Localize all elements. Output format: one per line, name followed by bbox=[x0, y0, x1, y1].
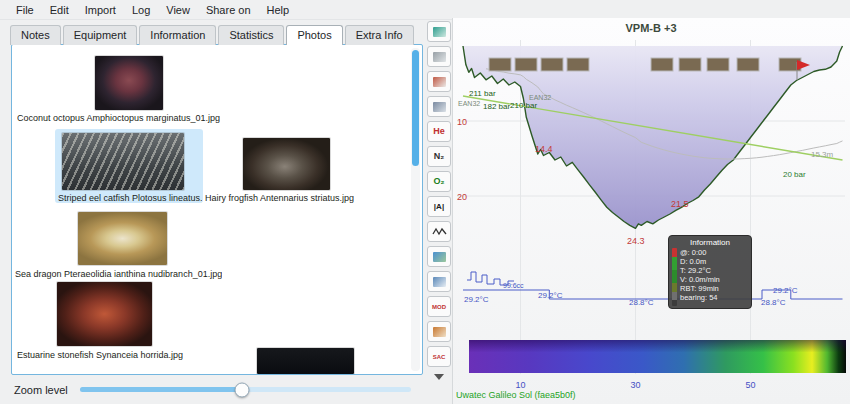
infobox-color-strip bbox=[672, 248, 677, 306]
surface-photo-marker[interactable] bbox=[679, 58, 701, 71]
deco-model-title: VPM-B +3 bbox=[625, 22, 676, 34]
toggle-mean-depth-label: |A| bbox=[434, 203, 444, 211]
photo-thumbnail[interactable] bbox=[78, 212, 167, 265]
surface-photo-marker[interactable] bbox=[541, 58, 563, 71]
menu-item-share-on[interactable]: Share on bbox=[198, 2, 259, 18]
menubar: FileEditImportLogViewShare onHelp bbox=[0, 0, 850, 20]
device-label: Uwatec Galileo Sol (faea5b0f) bbox=[456, 390, 576, 400]
app-window: FileEditImportLogViewShare onHelp NotesE… bbox=[0, 0, 850, 404]
photo-thumbnail[interactable] bbox=[62, 133, 184, 190]
photo-thumbnail[interactable] bbox=[243, 138, 330, 190]
toggle-ceiling-icon bbox=[433, 52, 446, 62]
infobox-row: T: 29.2°C bbox=[680, 266, 720, 275]
heart-rate-icon bbox=[432, 226, 447, 237]
toggle-heart-rate[interactable] bbox=[427, 221, 451, 242]
menu-item-help[interactable]: Help bbox=[259, 2, 298, 18]
toggle-ceiling[interactable] bbox=[427, 46, 451, 67]
time-axis-tick: 30 bbox=[630, 380, 640, 390]
toggle-mod[interactable]: MOD bbox=[427, 296, 451, 317]
infobox-strip-segment bbox=[672, 283, 677, 292]
toggle-ruler[interactable] bbox=[427, 271, 451, 292]
zoom-level-label: Zoom level bbox=[14, 384, 68, 396]
toggle-photos-icon bbox=[433, 252, 446, 262]
tab-equipment[interactable]: Equipment bbox=[63, 25, 138, 45]
photo-caption: Sea dragon Pteraeolidia ianthina nudibra… bbox=[15, 269, 222, 279]
profile-toolbar: HeN₂O₂|A|MODSAC bbox=[426, 21, 452, 385]
profile-label: 15.3m bbox=[811, 150, 834, 159]
profile-label: 29.2°C bbox=[773, 286, 798, 295]
menu-item-file[interactable]: File bbox=[8, 2, 42, 18]
profile-infobox: Information @: 0:00D: 0.0mT: 29.2°CV: 0.… bbox=[668, 235, 752, 309]
tab-notes[interactable]: Notes bbox=[10, 25, 61, 45]
profile-label: 182 bar bbox=[483, 102, 510, 111]
profile-label: EAN32 bbox=[529, 94, 551, 101]
menu-item-import[interactable]: Import bbox=[77, 2, 124, 18]
zoom-slider-handle[interactable] bbox=[235, 382, 250, 397]
toggle-dive-mode[interactable] bbox=[427, 21, 451, 42]
photo-caption: Striped eel catfish Plotosus lineatus.jp… bbox=[58, 193, 202, 203]
toggle-mean-depth[interactable]: |A| bbox=[427, 196, 451, 217]
surface-photo-marker[interactable] bbox=[707, 58, 729, 71]
infobox-strip-segment bbox=[672, 300, 677, 306]
depth-axis-tick: 20 bbox=[457, 192, 467, 202]
photo-thumbnail[interactable] bbox=[95, 56, 163, 110]
scroll-down-chevron-icon[interactable] bbox=[434, 374, 444, 385]
menu-item-view[interactable]: View bbox=[158, 2, 198, 18]
infobox-row: bearing: 54 bbox=[680, 293, 720, 302]
depth-profile-area[interactable] bbox=[463, 46, 843, 228]
toggle-phe-graph[interactable]: He bbox=[427, 121, 451, 142]
tab-statistics[interactable]: Statistics bbox=[218, 25, 284, 45]
profile-label: 14.4 bbox=[535, 144, 553, 154]
tab-photos[interactable]: Photos bbox=[286, 25, 342, 45]
scrollbar-thumb[interactable] bbox=[412, 50, 419, 166]
menu-item-log[interactable]: Log bbox=[124, 2, 158, 18]
toggle-sac[interactable]: SAC bbox=[427, 346, 451, 367]
toggle-po2-graph[interactable]: O₂ bbox=[427, 171, 451, 192]
toggle-tissues[interactable] bbox=[427, 96, 451, 117]
tab-bar: NotesEquipmentInformationStatisticsPhoto… bbox=[10, 25, 416, 45]
photo-list[interactable]: Coconut octopus Amphioctopus marginatus_… bbox=[11, 44, 423, 375]
profile-label: 29.2°C bbox=[538, 291, 563, 300]
surface-photo-marker[interactable] bbox=[651, 58, 673, 71]
toggle-calc-ceiling-icon bbox=[433, 77, 446, 87]
profile-label: 21.5 bbox=[671, 199, 689, 209]
surface-photo-marker[interactable] bbox=[737, 58, 759, 71]
infobox-strip-segment bbox=[672, 248, 677, 257]
toggle-dc-reported-icon bbox=[433, 327, 446, 337]
dive-profile-panel[interactable]: 1020103050211 barEAN32182 barEAN32210 ba… bbox=[452, 18, 850, 404]
tab-information[interactable]: Information bbox=[139, 25, 216, 45]
infobox-row: @: 0:00 bbox=[680, 248, 720, 257]
surface-photo-marker[interactable] bbox=[489, 58, 511, 71]
menu-item-edit[interactable]: Edit bbox=[42, 2, 77, 18]
toggle-sac-label: SAC bbox=[433, 354, 446, 360]
photo-caption: Hairy frogfish Antennarius striatus.jpg bbox=[205, 193, 354, 203]
infobox-strip-segment bbox=[672, 257, 677, 270]
time-axis-tick: 10 bbox=[515, 380, 525, 390]
infobox-title: Information bbox=[672, 238, 748, 247]
tissue-heatmap bbox=[469, 340, 846, 373]
photo-thumbnail[interactable] bbox=[257, 348, 354, 374]
toggle-calc-ceiling[interactable] bbox=[427, 71, 451, 92]
toggle-dc-reported[interactable] bbox=[427, 321, 451, 342]
infobox-row: RBT: 99min bbox=[680, 284, 720, 293]
surface-photo-marker[interactable] bbox=[567, 58, 589, 71]
photo-list-scrollbar[interactable] bbox=[411, 48, 420, 371]
zoom-slider[interactable] bbox=[80, 387, 411, 392]
infobox-rows: @: 0:00D: 0.0mT: 29.2°CV: 0.0m/minRBT: 9… bbox=[680, 248, 720, 306]
depth-axis-tick: 10 bbox=[457, 117, 467, 127]
infobox-strip-segment bbox=[672, 292, 677, 300]
profile-label: 24.3 bbox=[627, 236, 645, 246]
toggle-pn2-graph[interactable]: N₂ bbox=[427, 146, 451, 167]
zoom-row: Zoom level bbox=[0, 375, 425, 404]
infobox-strip-segment bbox=[672, 270, 677, 283]
profile-label: 29.2°C bbox=[464, 295, 489, 304]
toggle-photos[interactable] bbox=[427, 246, 451, 267]
toggle-tissues-icon bbox=[433, 102, 446, 112]
photo-thumbnail[interactable] bbox=[57, 282, 152, 346]
profile-label: 99:6cc bbox=[503, 282, 524, 289]
tab-extra-info[interactable]: Extra Info bbox=[345, 25, 414, 45]
surface-photo-marker[interactable] bbox=[515, 58, 537, 71]
photo-caption: Estuarine stonefish Synanceia horrida.jp… bbox=[17, 350, 183, 360]
toggle-dive-mode-icon bbox=[433, 27, 446, 37]
toggle-ruler-icon bbox=[433, 277, 446, 287]
